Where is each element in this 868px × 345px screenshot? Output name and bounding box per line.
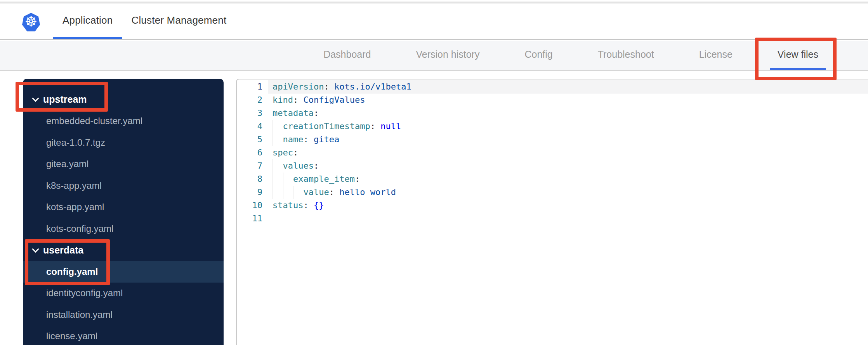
code-line-9[interactable]: 9value: hello world	[237, 186, 868, 199]
tree-file-identityconfig.yaml[interactable]: identityconfig.yaml	[23, 283, 224, 304]
code-token: :	[293, 95, 304, 105]
tree-item-label: identityconfig.yaml	[46, 288, 123, 298]
tab-troubleshoot[interactable]: Troubleshoot	[590, 41, 662, 70]
tree-item-label: userdata	[43, 245, 83, 256]
code-token: :	[324, 82, 334, 91]
tree-item-label: license.yaml	[46, 331, 97, 342]
code-token: hello world	[339, 187, 396, 197]
file-tree-sidebar: upstreamembedded-cluster.yamlgitea-1.0.7…	[23, 79, 224, 345]
code-token: example_item	[293, 174, 355, 184]
line-number: 1	[237, 80, 262, 93]
code-token: value	[304, 187, 329, 197]
kubernetes-heptagon: ☸	[22, 13, 40, 31]
code-token: :	[314, 108, 319, 118]
subnav-tabs: DashboardVersion historyConfigTroublesho…	[0, 41, 868, 70]
code-token: null	[380, 121, 401, 131]
line-number: 10	[237, 199, 262, 212]
code-lines: 1apiVersion: kots.io/v1beta12kind: Confi…	[237, 79, 868, 225]
app-subnav: DashboardVersion historyConfigTroublesho…	[0, 41, 868, 71]
line-number: 6	[237, 146, 262, 159]
line-number: 2	[237, 93, 262, 107]
tab-license[interactable]: License	[691, 41, 740, 70]
indent-guide	[273, 120, 283, 133]
line-content: apiVersion: kots.io/v1beta1	[268, 80, 868, 93]
code-token: :	[303, 135, 314, 144]
line-number: 9	[237, 186, 262, 199]
line-content: example_item:	[268, 172, 868, 186]
tree-item-label: gitea-1.0.7.tgz	[46, 137, 105, 148]
code-token: name	[283, 135, 304, 144]
code-token: metadata	[273, 108, 314, 118]
header-tab-cluster-management[interactable]: Cluster Management	[122, 3, 236, 39]
indent-guide	[273, 172, 283, 186]
code-token: :	[293, 148, 298, 157]
tree-file-k8s-app.yaml[interactable]: k8s-app.yaml	[23, 175, 224, 197]
tree-file-kots-config.yaml[interactable]: kots-config.yaml	[23, 218, 224, 240]
tree-item-label: config.yaml	[46, 266, 98, 277]
indent-guide	[283, 186, 293, 199]
code-line-8[interactable]: 8example_item:	[237, 172, 868, 186]
code-token: gitea	[314, 135, 339, 144]
tree-item-label: kots-config.yaml	[46, 223, 113, 234]
tree-file-embedded-cluster.yaml[interactable]: embedded-cluster.yaml	[23, 110, 224, 132]
tree-file-config.yaml[interactable]: config.yaml	[23, 261, 224, 283]
line-content: metadata:	[268, 107, 868, 120]
line-number: 11	[237, 212, 262, 225]
header-tab-application[interactable]: Application	[53, 3, 122, 39]
line-content: value: hello world	[268, 186, 868, 199]
code-token: creationTimestamp	[283, 121, 370, 131]
tab-version-history[interactable]: Version history	[408, 41, 487, 70]
tree-file-gitea.yaml[interactable]: gitea.yaml	[23, 154, 224, 175]
indent-guide	[273, 133, 283, 146]
tree-folder-upstream[interactable]: upstream	[23, 89, 224, 110]
code-line-3[interactable]: 3metadata:	[237, 107, 868, 120]
code-token: apiVersion	[273, 82, 324, 91]
line-content: status: {}	[268, 199, 868, 212]
code-token: :	[355, 174, 360, 184]
code-token: :	[370, 121, 381, 131]
code-token: ConfigValues	[303, 95, 365, 105]
line-number: 3	[237, 107, 262, 120]
tree-file-license.yaml[interactable]: license.yaml	[23, 326, 224, 345]
code-line-6[interactable]: 6spec:	[237, 146, 868, 159]
code-line-7[interactable]: 7values:	[237, 159, 868, 172]
code-token: :	[314, 161, 319, 171]
indent-guide	[273, 159, 283, 172]
line-content: kind: ConfigValues	[268, 93, 868, 107]
code-line-2[interactable]: 2kind: ConfigValues	[237, 93, 868, 107]
tab-config[interactable]: Config	[517, 41, 560, 70]
line-content: spec:	[268, 146, 868, 159]
code-editor[interactable]: 1apiVersion: kots.io/v1beta12kind: Confi…	[236, 79, 868, 345]
line-number: 5	[237, 133, 262, 146]
helm-wheel-icon: ☸	[25, 15, 37, 29]
code-token: values	[283, 161, 314, 171]
code-token: {}	[314, 200, 324, 210]
tree-file-installation.yaml[interactable]: installation.yaml	[23, 304, 224, 326]
code-token: kind	[273, 95, 293, 105]
code-line-11[interactable]: 11	[237, 212, 868, 225]
indent-guide	[293, 186, 304, 199]
code-line-10[interactable]: 10status: {}	[237, 199, 868, 212]
tree-item-label: upstream	[43, 94, 87, 105]
code-line-5[interactable]: 5name: gitea	[237, 133, 868, 146]
line-number: 7	[237, 159, 262, 172]
code-token: status	[273, 200, 303, 210]
code-token: :	[303, 200, 314, 210]
line-content: creationTimestamp: null	[268, 120, 868, 133]
line-number: 4	[237, 120, 262, 133]
indent-guide	[273, 186, 283, 199]
tree-file-gitea-1.0.7.tgz[interactable]: gitea-1.0.7.tgz	[23, 132, 224, 154]
tree-item-label: embedded-cluster.yaml	[46, 116, 142, 126]
code-token: spec	[273, 148, 293, 157]
tree-folder-userdata[interactable]: userdata	[23, 240, 224, 261]
line-content: name: gitea	[268, 133, 868, 146]
tree-file-kots-app.yaml[interactable]: kots-app.yaml	[23, 197, 224, 218]
chevron-down-icon	[32, 95, 39, 102]
line-content: values:	[268, 159, 868, 172]
chevron-down-icon	[32, 245, 39, 252]
code-line-1[interactable]: 1apiVersion: kots.io/v1beta1	[237, 80, 868, 93]
tab-dashboard[interactable]: Dashboard	[316, 41, 378, 70]
tab-view-files[interactable]: View files	[770, 41, 826, 70]
header-tabs: ApplicationCluster Management	[53, 3, 236, 39]
code-line-4[interactable]: 4creationTimestamp: null	[237, 120, 868, 133]
